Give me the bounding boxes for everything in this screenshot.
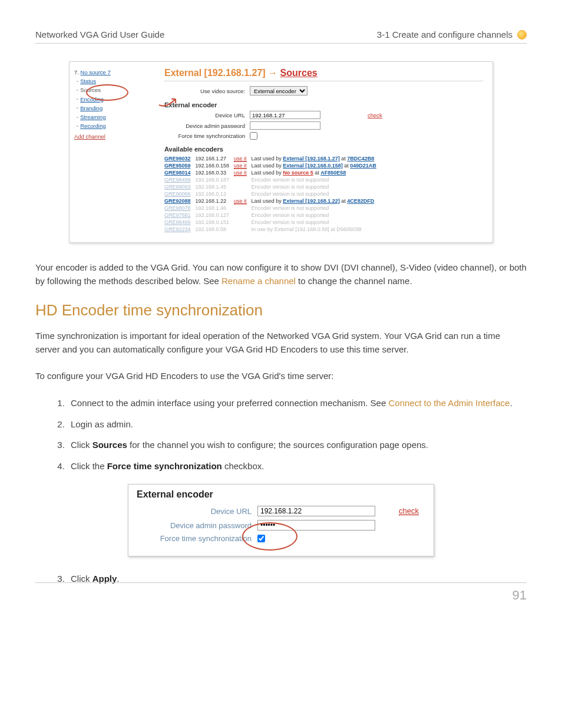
channel-name-link[interactable]: No source 7 bbox=[81, 69, 111, 75]
encoder-ip: 192.168.0.158 bbox=[196, 163, 230, 169]
sidebar-label: Branding bbox=[80, 105, 103, 111]
sidebar-item-streaming[interactable]: Streaming bbox=[77, 113, 150, 121]
table-row: GRE97581192.168.0.127Encoder version is … bbox=[164, 212, 381, 219]
rename-channel-link[interactable]: Rename a channel bbox=[222, 276, 296, 286]
body-paragraph: Your encoder is added to the VGA Grid. Y… bbox=[35, 261, 527, 288]
sidebar-label: Streaming bbox=[80, 114, 105, 120]
encoder-name-link[interactable]: GRE95059 bbox=[164, 163, 191, 169]
encoder-mac-link[interactable]: 4CE82DFD bbox=[347, 198, 374, 204]
use-it-link[interactable]: use it bbox=[234, 156, 247, 162]
encoders-table: GRE99032192.168.1.27use itLast used by E… bbox=[164, 155, 381, 233]
body-paragraph: To configure your VGA Grid HD Encoders t… bbox=[35, 369, 527, 383]
device-password-label: Device admin password bbox=[137, 521, 257, 530]
table-row: GRE92088192.168.1.22use itLast used by E… bbox=[164, 197, 381, 205]
body-paragraph: Time synchronization is important for id… bbox=[35, 329, 527, 357]
device-url-input[interactable] bbox=[257, 506, 375, 516]
encoder-note: Encoder version is not supported bbox=[252, 177, 329, 183]
force-sync-checkbox[interactable] bbox=[250, 132, 257, 140]
device-password-input[interactable] bbox=[257, 520, 375, 531]
text: to change the channel name. bbox=[296, 276, 412, 286]
table-row: GRE99093192.168.1.45Encoder version is n… bbox=[164, 183, 381, 190]
step-item: Click Sources for the channel you wish t… bbox=[67, 437, 527, 453]
table-row: GRE99032192.168.1.27use itLast used by E… bbox=[164, 155, 381, 162]
encoder-ip: 192.168.0.187 bbox=[196, 177, 230, 183]
encoder-note: Encoder version is not supported bbox=[252, 184, 329, 190]
video-source-label: Use video source: bbox=[164, 88, 250, 94]
encoder-ip: 192.168.0.127 bbox=[196, 212, 230, 218]
channel-sidebar: 7. No source 7 Status Sources Encoding B… bbox=[70, 62, 155, 242]
bold-text: Force time synchronization bbox=[107, 461, 222, 471]
use-it-link[interactable]: use it bbox=[234, 163, 247, 169]
force-sync-checkbox[interactable] bbox=[257, 535, 265, 542]
title-section: Sources bbox=[280, 68, 318, 78]
page-footer: 91 bbox=[35, 582, 527, 603]
device-url-input[interactable] bbox=[250, 111, 320, 119]
force-sync-label: Force time synchronization bbox=[137, 534, 257, 543]
device-password-input[interactable] bbox=[250, 121, 320, 130]
external-encoder-screenshot: External encoder Device URL check Device… bbox=[128, 484, 434, 556]
video-source-select[interactable]: External encoder bbox=[250, 86, 308, 95]
text: . bbox=[510, 398, 512, 408]
encoder-used-by-link[interactable]: External [192.168.1.27] bbox=[283, 156, 340, 162]
encoder-name-link[interactable]: GRE98499 bbox=[164, 219, 191, 225]
sidebar-item-sources[interactable]: Sources bbox=[77, 85, 150, 94]
encoder-name-link[interactable]: GRE98498 bbox=[164, 177, 191, 183]
sidebar-item-recording[interactable]: Recording bbox=[77, 121, 150, 130]
encoder-used-by-link[interactable]: External [192.168.1.22] bbox=[283, 198, 340, 204]
page-header: Networked VGA Grid User Guide 3-1 Create… bbox=[35, 29, 527, 44]
check-link[interactable]: check bbox=[368, 112, 382, 118]
encoder-name-link[interactable]: GRE98014 bbox=[164, 170, 191, 176]
encoder-ip: 192.168.0.58 bbox=[196, 226, 227, 232]
encoder-note: Encoder version is not supported bbox=[252, 212, 329, 218]
encoder-mac-link[interactable]: 049D21AB bbox=[350, 163, 376, 169]
encoder-note: Encoder version is not supported bbox=[252, 191, 329, 197]
device-url-label: Device URL bbox=[137, 507, 257, 516]
encoder-name-link[interactable]: GRE98078 bbox=[164, 205, 191, 211]
title-device: External [192.168.1.27] bbox=[164, 68, 266, 78]
sidebar-item-encoding[interactable]: Encoding bbox=[77, 95, 150, 104]
sidebar-item-status[interactable]: Status bbox=[77, 77, 150, 85]
external-encoder-heading: External encoder bbox=[137, 489, 425, 500]
text: for the channel you wish to configure; t… bbox=[127, 440, 428, 450]
table-row: GRE95059192.168.0.158use itLast used by … bbox=[164, 162, 381, 169]
encoder-used-by-link[interactable]: No source 5 bbox=[283, 170, 313, 176]
encoder-note: Last used by External [192.168.0.158] at… bbox=[252, 163, 376, 169]
highlight-arrow-icon bbox=[158, 94, 181, 110]
table-row: GRE98078192.168.1.46Encoder version is n… bbox=[164, 205, 381, 212]
text: Click bbox=[71, 440, 92, 450]
connect-admin-link[interactable]: Connect to the Admin Interface bbox=[388, 398, 510, 408]
encoder-note: Encoder version is not supported bbox=[252, 205, 329, 211]
sidebar-item-branding[interactable]: Branding bbox=[77, 104, 150, 113]
encoder-name-link[interactable]: GRE92234 bbox=[164, 226, 191, 232]
guide-title: Networked VGA Grid User Guide bbox=[35, 29, 164, 39]
title-arrow-icon: → bbox=[266, 68, 280, 78]
bold-text: Sources bbox=[92, 440, 127, 450]
encoder-ip: 192.168.1.27 bbox=[196, 156, 227, 162]
encoder-mac-link[interactable]: AF850E58 bbox=[320, 170, 346, 176]
step-item: Login as admin. bbox=[67, 417, 527, 432]
section-heading: HD Encoder time synchronization bbox=[35, 301, 527, 319]
encoder-name-link[interactable]: GRE99032 bbox=[164, 156, 191, 162]
encoder-ip: 192.168.1.22 bbox=[196, 198, 227, 204]
encoder-name-link[interactable]: GRE90066 bbox=[164, 191, 191, 197]
text: checkbox. bbox=[222, 461, 265, 471]
table-row: GRE90066192.168.0.12Encoder version is n… bbox=[164, 190, 381, 197]
encoder-name-link[interactable]: GRE97581 bbox=[164, 212, 191, 218]
encoder-note: Last used by External [192.168.1.27] at … bbox=[252, 156, 375, 162]
encoder-name-link[interactable]: GRE92088 bbox=[164, 198, 191, 204]
encoder-used-by-link[interactable]: External [192.168.0.158] bbox=[283, 163, 343, 169]
encoder-note: Encoder version is not supported bbox=[252, 219, 329, 225]
channel-number: 7. bbox=[74, 69, 79, 75]
external-encoder-heading: External encoder bbox=[164, 101, 483, 108]
use-it-link[interactable]: use it bbox=[234, 170, 247, 176]
table-row: GRE98014192.168.0.33use itLast used by N… bbox=[164, 169, 381, 176]
add-channel-link[interactable]: Add channel bbox=[74, 132, 105, 141]
sources-screenshot: 7. No source 7 Status Sources Encoding B… bbox=[69, 61, 493, 243]
encoder-name-link[interactable]: GRE99093 bbox=[164, 184, 191, 190]
sidebar-label: Recording bbox=[80, 123, 105, 129]
table-row: GRE98498192.168.0.187Encoder version is … bbox=[164, 176, 381, 183]
encoder-mac-link[interactable]: 7BDC42B8 bbox=[347, 156, 374, 162]
use-it-link[interactable]: use it bbox=[234, 198, 247, 205]
check-link[interactable]: check bbox=[399, 506, 419, 516]
table-row: GRE98499192.168.0.151Encoder version is … bbox=[164, 219, 381, 226]
